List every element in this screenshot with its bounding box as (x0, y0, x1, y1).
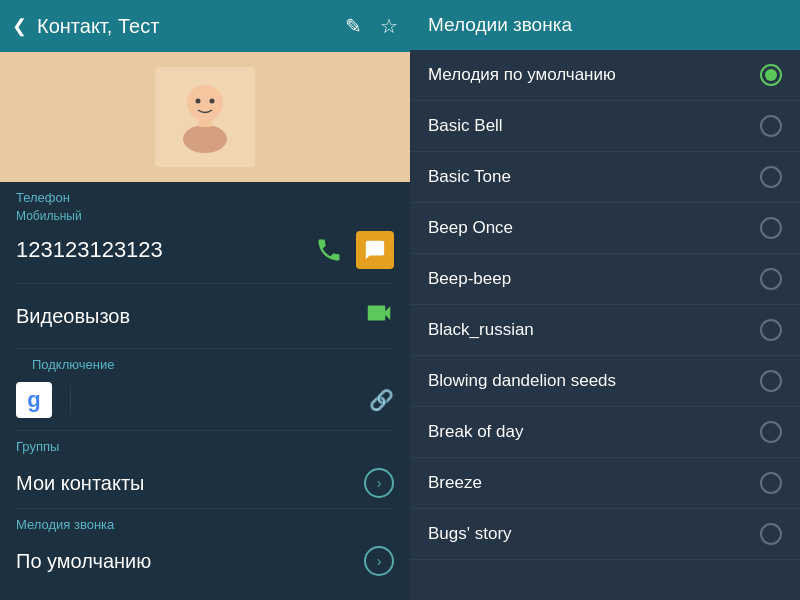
avatar (155, 67, 255, 167)
groups-row[interactable]: Мои контакты › (0, 458, 410, 508)
groups-label: Группы (0, 431, 410, 458)
radio-button[interactable] (760, 64, 782, 86)
svg-point-2 (210, 99, 215, 104)
ringtone-row[interactable]: По умолчанию › (0, 536, 410, 586)
ringtone-section-left: Мелодия звонка По умолчанию › (0, 509, 410, 586)
ringtone-list: Мелодия по умолчаниюBasic BellBasic Tone… (410, 50, 800, 600)
call-button[interactable] (310, 231, 348, 269)
ringtone-item-name: Basic Bell (428, 116, 503, 136)
link-icon: 🔗 (369, 388, 394, 412)
radio-button[interactable] (760, 166, 782, 188)
ringtone-list-item[interactable]: Beep-beep (410, 254, 800, 305)
sms-button[interactable] (356, 231, 394, 269)
contact-photo-area (0, 52, 410, 182)
ringtone-list-item[interactable]: Beep Once (410, 203, 800, 254)
ringtone-item-name: Basic Tone (428, 167, 511, 187)
header-actions: ✎ ☆ (345, 14, 398, 38)
ringtone-item-name: Bugs' story (428, 524, 512, 544)
ringtone-value: По умолчанию (16, 550, 151, 573)
contact-panel: ❮ Контакт, Тест ✎ ☆ Телефон (0, 0, 410, 600)
svg-point-3 (183, 125, 227, 153)
ringtone-item-name: Мелодия по умолчанию (428, 65, 616, 85)
ringtone-item-name: Beep-beep (428, 269, 511, 289)
contact-name: Контакт, Тест (37, 15, 335, 38)
ringtone-list-item[interactable]: Breeze (410, 458, 800, 509)
radio-button[interactable] (760, 268, 782, 290)
connection-section: Подключение g 🔗 (0, 349, 410, 430)
radio-button[interactable] (760, 472, 782, 494)
phone-sublabel: Мобильный (16, 209, 394, 225)
ringtone-panel: Мелодии звонка Мелодия по умолчаниюBasic… (410, 0, 800, 600)
edit-icon[interactable]: ✎ (345, 14, 362, 38)
star-icon[interactable]: ☆ (380, 14, 398, 38)
phone-details: Мобильный 123123123123 (0, 209, 410, 283)
ringtone-list-item[interactable]: Basic Tone (410, 152, 800, 203)
ringtone-section-label: Мелодия звонка (0, 509, 410, 536)
back-button[interactable]: ❮ (12, 15, 27, 37)
google-row: g 🔗 (16, 376, 394, 424)
ringtone-item-name: Break of day (428, 422, 523, 442)
groups-section: Группы Мои контакты › (0, 431, 410, 508)
phone-section: Телефон Мобильный 123123123123 (0, 182, 410, 283)
ringtone-list-item[interactable]: Break of day (410, 407, 800, 458)
ringtone-list-item[interactable]: Basic Bell (410, 101, 800, 152)
radio-button[interactable] (760, 217, 782, 239)
svg-point-0 (187, 85, 223, 121)
ringtone-list-item[interactable]: Black_russian (410, 305, 800, 356)
phone-row: 123123123123 (16, 225, 394, 275)
svg-point-1 (196, 99, 201, 104)
groups-chevron: › (364, 468, 394, 498)
radio-button[interactable] (760, 115, 782, 137)
radio-button[interactable] (760, 370, 782, 392)
ringtone-item-name: Beep Once (428, 218, 513, 238)
ringtone-list-item[interactable]: Blowing dandelion seeds (410, 356, 800, 407)
radio-button[interactable] (760, 319, 782, 341)
video-call-row[interactable]: Видеовызов (0, 284, 410, 348)
video-call-icon (364, 298, 394, 334)
radio-dot (765, 69, 777, 81)
phone-section-label: Телефон (0, 182, 410, 209)
ringtone-list-item[interactable]: Bugs' story (410, 509, 800, 560)
phone-actions (310, 231, 394, 269)
svg-rect-4 (199, 119, 211, 127)
ringtone-panel-header: Мелодии звонка (410, 0, 800, 50)
video-call-label: Видеовызов (16, 305, 130, 328)
ringtone-item-name: Blowing dandelion seeds (428, 371, 616, 391)
radio-button[interactable] (760, 523, 782, 545)
ringtone-list-item[interactable]: Мелодия по умолчанию (410, 50, 800, 101)
phone-number: 123123123123 (16, 237, 163, 263)
groups-value: Мои контакты (16, 472, 144, 495)
ringtone-item-name: Breeze (428, 473, 482, 493)
contact-header: ❮ Контакт, Тест ✎ ☆ (0, 0, 410, 52)
ringtone-item-name: Black_russian (428, 320, 534, 340)
connection-label: Подключение (16, 349, 394, 376)
google-icon[interactable]: g (16, 382, 52, 418)
ringtone-chevron: › (364, 546, 394, 576)
radio-button[interactable] (760, 421, 782, 443)
